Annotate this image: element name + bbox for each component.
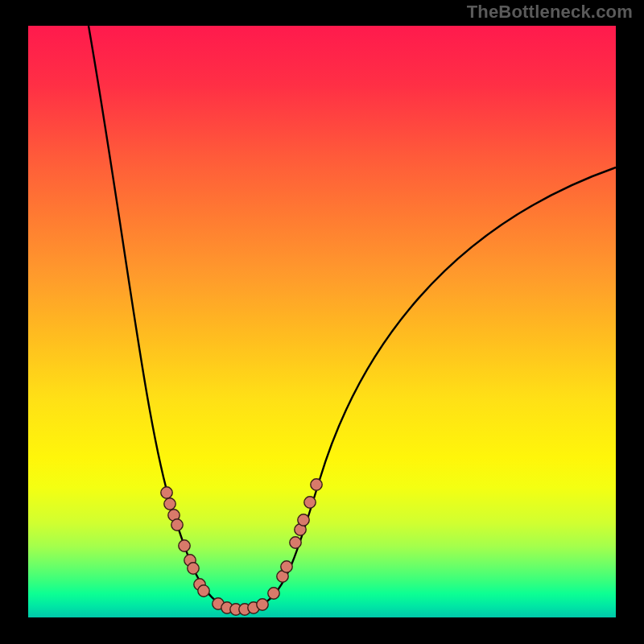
bead-right-6 [304, 497, 316, 508]
bead-left-3 [171, 519, 183, 530]
bead-bottom-5 [257, 599, 268, 610]
bead-left-4 [179, 540, 190, 551]
bead-right-0 [268, 588, 279, 599]
beads-bottom-group [213, 598, 268, 615]
curve-svg [28, 26, 616, 617]
bead-right-5 [298, 514, 309, 526]
bead-right-3 [290, 537, 301, 548]
bead-left-6 [188, 563, 199, 574]
chart-frame: TheBottleneck.com [0, 0, 644, 644]
bead-left-1 [164, 498, 175, 510]
bead-right-7 [311, 479, 322, 490]
bottleneck-curve [89, 26, 616, 609]
watermark-text: TheBottleneck.com [467, 2, 633, 23]
bead-left-0 [161, 487, 172, 498]
plot-area [28, 26, 616, 617]
beads-left-group [161, 487, 209, 597]
bead-right-2 [281, 561, 292, 572]
bead-left-8 [198, 585, 209, 597]
